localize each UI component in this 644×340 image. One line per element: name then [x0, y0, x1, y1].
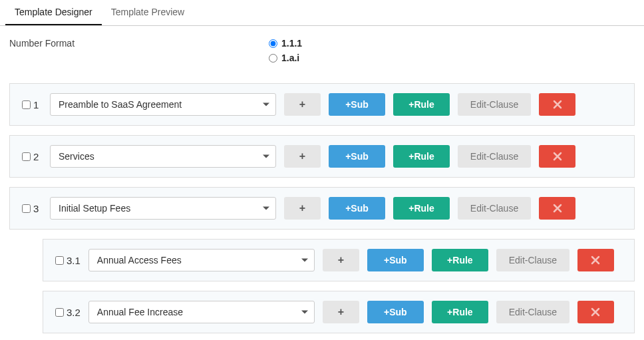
add-sub-button[interactable]: +Sub	[329, 197, 385, 220]
clause-checkbox[interactable]	[22, 152, 31, 161]
clause-number: 2	[33, 151, 39, 162]
add-button[interactable]: +	[284, 197, 321, 220]
clause-title-select[interactable]: Initial Setup Fees	[50, 197, 276, 220]
clause-checkbox[interactable]	[22, 204, 31, 213]
clause-title: Initial Setup Fees	[59, 203, 130, 214]
clause-title: Annual Fee Increase	[97, 307, 183, 317]
add-button[interactable]: +	[323, 301, 359, 323]
clause-row: 2 Services + +Sub +Rule Edit-Clause	[9, 135, 635, 178]
edit-clause-button[interactable]: Edit-Clause	[458, 93, 531, 116]
clause-row: 1 Preamble to SaaS Agreement + +Sub +Rul…	[9, 83, 635, 126]
tab-template-designer[interactable]: Template Designer	[5, 0, 102, 25]
add-rule-button[interactable]: +Rule	[432, 301, 488, 323]
add-rule-button[interactable]: +Rule	[393, 93, 450, 116]
close-icon	[553, 100, 562, 109]
clause-title-select[interactable]: Annual Fee Increase	[88, 301, 315, 323]
clause-row: 3.2 Annual Fee Increase + +Sub +Rule Edi…	[43, 291, 635, 333]
clause-list: 1 Preamble to SaaS Agreement + +Sub +Rul…	[0, 70, 644, 340]
clause-title-select[interactable]: Services	[50, 145, 276, 168]
edit-clause-button[interactable]: Edit-Clause	[496, 249, 569, 271]
add-button[interactable]: +	[284, 145, 321, 168]
number-format-row: Number Format 1.1.1 1.a.i	[0, 26, 644, 70]
caret-down-icon	[263, 155, 269, 158]
edit-clause-button[interactable]: Edit-Clause	[458, 145, 531, 168]
tab-template-preview[interactable]: Template Preview	[102, 0, 194, 25]
delete-button[interactable]	[577, 249, 614, 271]
close-icon	[591, 255, 600, 265]
number-format-options: 1.1.1 1.a.i	[269, 38, 302, 63]
number-format-option-1ai[interactable]: 1.a.i	[269, 53, 302, 63]
clause-checkbox[interactable]	[22, 100, 31, 109]
add-button[interactable]: +	[284, 93, 321, 116]
edit-clause-button[interactable]: Edit-Clause	[458, 197, 531, 220]
delete-button[interactable]	[577, 301, 614, 323]
close-icon	[591, 307, 600, 317]
clause-title-select[interactable]: Annual Access Fees	[88, 249, 315, 271]
clause-number: 1	[33, 99, 39, 110]
number-format-option-111[interactable]: 1.1.1	[269, 38, 302, 49]
caret-down-icon	[301, 259, 308, 262]
radio-1ai[interactable]	[269, 54, 277, 63]
caret-down-icon	[263, 103, 269, 106]
clause-title: Services	[59, 151, 94, 162]
clause-number: 3.2	[67, 307, 80, 318]
caret-down-icon	[301, 311, 308, 314]
clause-row: 3.1 Annual Access Fees + +Sub +Rule Edit…	[43, 239, 635, 281]
add-rule-button[interactable]: +Rule	[393, 197, 450, 220]
sub-clause-list: 3.1 Annual Access Fees + +Sub +Rule Edit…	[43, 239, 635, 333]
radio-1ai-label: 1.a.i	[281, 53, 299, 63]
delete-button[interactable]	[539, 197, 575, 220]
delete-button[interactable]	[539, 145, 575, 168]
delete-button[interactable]	[539, 93, 575, 116]
clause-row: 3 Initial Setup Fees + +Sub +Rule Edit-C…	[9, 187, 635, 230]
clause-title: Annual Access Fees	[97, 255, 182, 265]
clause-title-select[interactable]: Preamble to SaaS Agreement	[50, 93, 276, 116]
clause-checkbox[interactable]	[55, 308, 64, 317]
add-sub-button[interactable]: +Sub	[329, 145, 385, 168]
edit-clause-button[interactable]: Edit-Clause	[496, 301, 569, 323]
close-icon	[553, 152, 562, 161]
close-icon	[553, 204, 562, 213]
add-rule-button[interactable]: +Rule	[393, 145, 450, 168]
add-sub-button[interactable]: +Sub	[329, 93, 385, 116]
clause-checkbox[interactable]	[55, 256, 64, 265]
clause-title: Preamble to SaaS Agreement	[59, 99, 182, 110]
clause-number: 3	[33, 203, 39, 214]
tabs: Template Designer Template Preview	[0, 0, 644, 26]
add-sub-button[interactable]: +Sub	[367, 301, 424, 323]
radio-111[interactable]	[269, 39, 277, 48]
add-button[interactable]: +	[323, 249, 359, 271]
clause-number: 3.1	[67, 255, 80, 266]
add-sub-button[interactable]: +Sub	[367, 249, 424, 271]
caret-down-icon	[263, 207, 269, 210]
radio-111-label: 1.1.1	[281, 38, 302, 49]
number-format-label: Number Format	[9, 38, 269, 49]
add-rule-button[interactable]: +Rule	[432, 249, 488, 271]
